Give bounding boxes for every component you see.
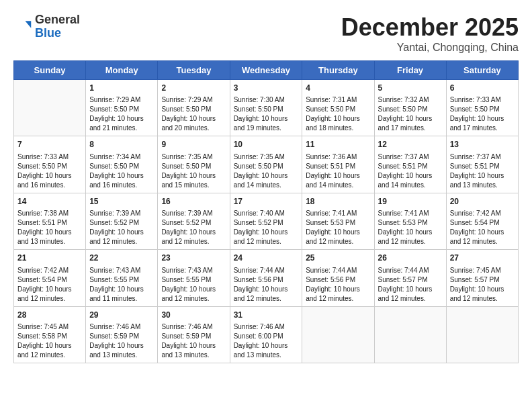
- calendar-cell: 10Sunrise: 7:35 AM Sunset: 5:50 PM Dayli…: [230, 136, 302, 193]
- calendar-table: SundayMondayTuesdayWednesdayThursdayFrid…: [13, 60, 519, 363]
- weekday-header: Thursday: [302, 61, 374, 80]
- cell-content: Sunrise: 7:45 AM Sunset: 5:57 PM Dayligh…: [450, 266, 515, 304]
- day-number: 27: [450, 253, 515, 264]
- weekday-header: Wednesday: [230, 61, 302, 80]
- calendar-cell: 4Sunrise: 7:31 AM Sunset: 5:50 PM Daylig…: [302, 80, 374, 136]
- calendar-cell: 28Sunrise: 7:45 AM Sunset: 5:58 PM Dayli…: [14, 306, 86, 363]
- cell-content: Sunrise: 7:33 AM Sunset: 5:50 PM Dayligh…: [17, 152, 82, 190]
- calendar-cell: 19Sunrise: 7:41 AM Sunset: 5:53 PM Dayli…: [374, 193, 446, 249]
- cell-content: Sunrise: 7:43 AM Sunset: 5:55 PM Dayligh…: [161, 266, 226, 304]
- calendar-cell: [302, 306, 374, 363]
- calendar-cell: 2Sunrise: 7:29 AM Sunset: 5:50 PM Daylig…: [158, 80, 230, 136]
- cell-content: Sunrise: 7:44 AM Sunset: 5:57 PM Dayligh…: [378, 266, 443, 304]
- day-number: 9: [161, 139, 226, 150]
- day-number: 7: [17, 139, 82, 150]
- day-number: 15: [89, 196, 154, 208]
- cell-content: Sunrise: 7:44 AM Sunset: 5:56 PM Dayligh…: [234, 266, 299, 304]
- day-number: 8: [89, 139, 154, 150]
- cell-content: Sunrise: 7:39 AM Sunset: 5:52 PM Dayligh…: [89, 209, 154, 246]
- cell-content: Sunrise: 7:41 AM Sunset: 5:53 PM Dayligh…: [306, 209, 370, 246]
- day-number: 16: [161, 196, 226, 208]
- day-number: 19: [378, 196, 443, 208]
- day-number: 21: [17, 253, 82, 264]
- day-number: 24: [234, 253, 299, 264]
- day-number: 30: [161, 310, 226, 321]
- day-number: 11: [306, 139, 370, 150]
- cell-content: Sunrise: 7:38 AM Sunset: 5:51 PM Dayligh…: [17, 209, 82, 246]
- weekday-header: Monday: [86, 61, 158, 80]
- calendar-cell: [446, 306, 518, 363]
- calendar-cell: [14, 80, 86, 136]
- weekday-header: Friday: [374, 61, 446, 80]
- cell-content: Sunrise: 7:44 AM Sunset: 5:56 PM Dayligh…: [306, 266, 370, 304]
- logo-general: General: [35, 13, 80, 27]
- calendar-cell: [374, 306, 446, 363]
- cell-content: Sunrise: 7:29 AM Sunset: 5:50 PM Dayligh…: [161, 95, 226, 133]
- cell-content: Sunrise: 7:46 AM Sunset: 5:59 PM Dayligh…: [161, 322, 226, 360]
- day-number: 23: [161, 253, 226, 264]
- calendar-cell: 8Sunrise: 7:34 AM Sunset: 5:50 PM Daylig…: [86, 136, 158, 193]
- calendar-cell: 21Sunrise: 7:42 AM Sunset: 5:54 PM Dayli…: [14, 250, 86, 306]
- day-number: 14: [17, 196, 82, 208]
- day-number: 5: [378, 83, 443, 94]
- calendar-cell: 5Sunrise: 7:32 AM Sunset: 5:50 PM Daylig…: [374, 80, 446, 136]
- calendar-cell: 31Sunrise: 7:46 AM Sunset: 6:00 PM Dayli…: [230, 306, 302, 363]
- logo-icon: [13, 17, 32, 36]
- cell-content: Sunrise: 7:43 AM Sunset: 5:55 PM Dayligh…: [89, 266, 154, 304]
- cell-content: Sunrise: 7:42 AM Sunset: 5:54 PM Dayligh…: [17, 266, 82, 304]
- day-number: 25: [306, 253, 370, 264]
- cell-content: Sunrise: 7:36 AM Sunset: 5:51 PM Dayligh…: [306, 152, 370, 190]
- calendar-cell: 16Sunrise: 7:39 AM Sunset: 5:52 PM Dayli…: [158, 193, 230, 249]
- cell-content: Sunrise: 7:37 AM Sunset: 5:51 PM Dayligh…: [450, 152, 515, 190]
- page-header: General Blue December 2025 Yantai, Chong…: [13, 13, 519, 54]
- cell-content: Sunrise: 7:34 AM Sunset: 5:50 PM Dayligh…: [89, 152, 154, 190]
- day-number: 1: [89, 83, 154, 94]
- calendar-cell: 30Sunrise: 7:46 AM Sunset: 5:59 PM Dayli…: [158, 306, 230, 363]
- calendar-cell: 18Sunrise: 7:41 AM Sunset: 5:53 PM Dayli…: [302, 193, 374, 249]
- cell-content: Sunrise: 7:46 AM Sunset: 5:59 PM Dayligh…: [89, 322, 154, 360]
- day-number: 28: [17, 310, 82, 321]
- cell-content: Sunrise: 7:39 AM Sunset: 5:52 PM Dayligh…: [161, 209, 226, 246]
- cell-content: Sunrise: 7:32 AM Sunset: 5:50 PM Dayligh…: [378, 95, 443, 133]
- svg-marker-0: [26, 21, 32, 28]
- calendar-cell: 23Sunrise: 7:43 AM Sunset: 5:55 PM Dayli…: [158, 250, 230, 306]
- day-number: 6: [450, 83, 515, 94]
- cell-content: Sunrise: 7:35 AM Sunset: 5:50 PM Dayligh…: [234, 152, 299, 190]
- calendar-cell: 26Sunrise: 7:44 AM Sunset: 5:57 PM Dayli…: [374, 250, 446, 306]
- cell-content: Sunrise: 7:31 AM Sunset: 5:50 PM Dayligh…: [306, 95, 370, 133]
- cell-content: Sunrise: 7:30 AM Sunset: 5:50 PM Dayligh…: [234, 95, 299, 133]
- location-subtitle: Yantai, Chongqing, China: [341, 42, 519, 54]
- calendar-cell: 3Sunrise: 7:30 AM Sunset: 5:50 PM Daylig…: [230, 80, 302, 136]
- calendar-cell: 1Sunrise: 7:29 AM Sunset: 5:50 PM Daylig…: [86, 80, 158, 136]
- calendar-cell: 27Sunrise: 7:45 AM Sunset: 5:57 PM Dayli…: [446, 250, 518, 306]
- day-number: 20: [450, 196, 515, 208]
- month-title: December 2025: [341, 13, 519, 42]
- day-number: 22: [89, 253, 154, 264]
- day-number: 31: [234, 310, 299, 321]
- calendar-cell: 7Sunrise: 7:33 AM Sunset: 5:50 PM Daylig…: [14, 136, 86, 193]
- day-number: 2: [161, 83, 226, 94]
- calendar-cell: 11Sunrise: 7:36 AM Sunset: 5:51 PM Dayli…: [302, 136, 374, 193]
- day-number: 26: [378, 253, 443, 264]
- day-number: 13: [450, 139, 515, 150]
- day-number: 12: [378, 139, 443, 150]
- weekday-header: Saturday: [446, 61, 518, 80]
- calendar-cell: 9Sunrise: 7:35 AM Sunset: 5:50 PM Daylig…: [158, 136, 230, 193]
- title-block: December 2025 Yantai, Chongqing, China: [341, 13, 519, 54]
- cell-content: Sunrise: 7:42 AM Sunset: 5:54 PM Dayligh…: [450, 209, 515, 246]
- calendar-cell: 24Sunrise: 7:44 AM Sunset: 5:56 PM Dayli…: [230, 250, 302, 306]
- calendar-cell: 15Sunrise: 7:39 AM Sunset: 5:52 PM Dayli…: [86, 193, 158, 249]
- logo-text: General Blue: [35, 13, 80, 40]
- day-number: 3: [234, 83, 299, 94]
- cell-content: Sunrise: 7:41 AM Sunset: 5:53 PM Dayligh…: [378, 209, 443, 246]
- calendar-cell: 25Sunrise: 7:44 AM Sunset: 5:56 PM Dayli…: [302, 250, 374, 306]
- logo-blue: Blue: [35, 27, 80, 40]
- cell-content: Sunrise: 7:29 AM Sunset: 5:50 PM Dayligh…: [89, 95, 154, 133]
- calendar-cell: 22Sunrise: 7:43 AM Sunset: 5:55 PM Dayli…: [86, 250, 158, 306]
- cell-content: Sunrise: 7:35 AM Sunset: 5:50 PM Dayligh…: [161, 152, 226, 190]
- calendar-cell: 14Sunrise: 7:38 AM Sunset: 5:51 PM Dayli…: [14, 193, 86, 249]
- day-number: 10: [234, 139, 299, 150]
- calendar-cell: 13Sunrise: 7:37 AM Sunset: 5:51 PM Dayli…: [446, 136, 518, 193]
- logo: General Blue: [13, 13, 80, 40]
- cell-content: Sunrise: 7:33 AM Sunset: 5:50 PM Dayligh…: [450, 95, 515, 133]
